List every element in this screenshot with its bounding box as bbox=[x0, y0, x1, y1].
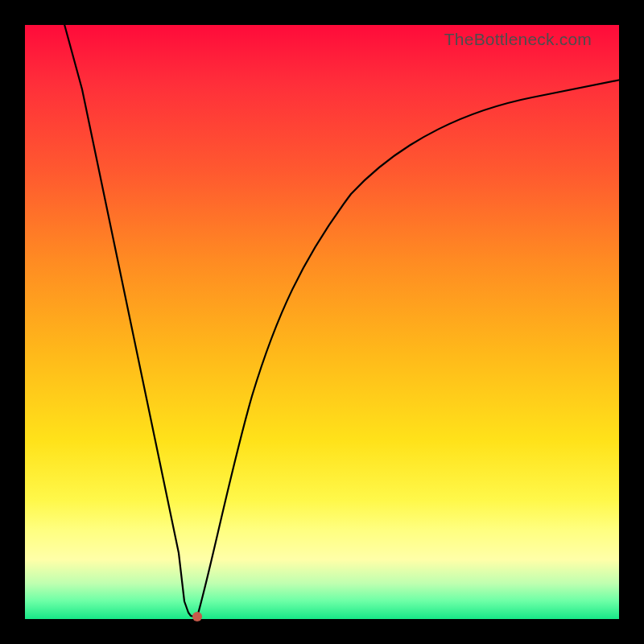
chart-frame: TheBottleneck.com bbox=[0, 0, 644, 644]
plot-area: TheBottleneck.com bbox=[25, 25, 619, 619]
minimum-marker bbox=[192, 612, 202, 621]
curve-right-branch bbox=[197, 80, 621, 617]
curve-left-branch bbox=[58, 1, 197, 617]
bottleneck-curve bbox=[25, 25, 619, 619]
